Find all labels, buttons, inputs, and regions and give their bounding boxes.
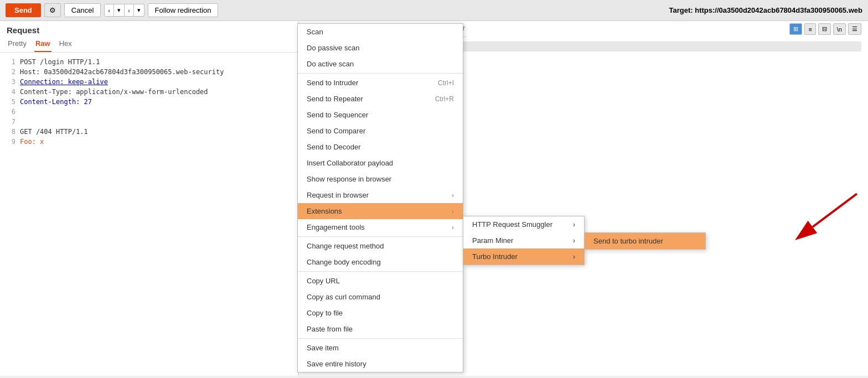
submenu-send-turbo[interactable]: Send to turbo intruder (585, 233, 705, 249)
forward-dropdown[interactable]: ▾ (134, 4, 144, 16)
menu-active-scan[interactable]: Do active scan (298, 56, 463, 72)
target-text: Target: https://0a3500d2042acb67804d3fa3… (669, 6, 862, 14)
menu-intruder[interactable]: Send to Intruder Ctrl+I (298, 75, 463, 91)
menu-comparer[interactable]: Send to Comparer (298, 123, 463, 139)
back-button[interactable]: ‹ (105, 4, 114, 16)
code-line-1: 1 POST /login HTTP/1.1 (7, 57, 292, 67)
menu-request-browser[interactable]: Request in browser › (298, 187, 463, 203)
divider-2 (298, 236, 463, 237)
tab-raw[interactable]: Raw (34, 37, 51, 52)
menu-passive-scan[interactable]: Do passive scan (298, 40, 463, 56)
menu-save-history[interactable]: Save entire history (298, 356, 463, 372)
menu-repeater[interactable]: Send to Repeater Ctrl+R (298, 91, 463, 107)
divider-4 (298, 338, 463, 339)
menu-decoder[interactable]: Send to Decoder (298, 139, 463, 155)
cancel-button[interactable]: Cancel (64, 3, 101, 17)
nav-arrows: ‹ ▾ › ▾ (104, 4, 144, 17)
code-line-5: 5 Content-Length: 27 (7, 97, 292, 107)
menu-collaborator[interactable]: Insert Collaborator payload (298, 155, 463, 171)
turbo-intruder-submenu: Send to turbo intruder (584, 232, 706, 250)
menu-copy-url[interactable]: Copy URL (298, 273, 463, 289)
menu-show-browser[interactable]: Show response in browser (298, 171, 463, 187)
menu-save-item[interactable]: Save item (298, 340, 463, 356)
submenu-param-miner[interactable]: Param Miner › (463, 232, 584, 248)
send-button[interactable]: Send (6, 3, 41, 17)
view-list-button[interactable]: ≡ (804, 23, 815, 35)
extensions-submenu: HTTP Request Smuggler › Param Miner › Tu… (463, 216, 585, 265)
forward-button[interactable]: › (125, 4, 134, 16)
code-line-9: 9 Foo: x (7, 137, 292, 147)
settings-button[interactable]: ☰ (848, 23, 861, 35)
divider-3 (298, 271, 463, 272)
view-split-button[interactable]: ⊞ (789, 23, 802, 35)
menu-extensions[interactable]: Extensions › (298, 203, 463, 219)
code-line-4: 4 Content-Type: application/x-www-form-u… (7, 87, 292, 97)
code-line-8: 8 GET /404 HTTP/1.1 (7, 127, 292, 137)
menu-copy-curl[interactable]: Copy as curl command (298, 289, 463, 305)
code-line-6: 6 (7, 107, 292, 117)
menu-engagement[interactable]: Engagement tools › (298, 219, 463, 235)
view-grid-button[interactable]: ⊟ (818, 23, 831, 35)
request-tab-bar: Pretty Raw Hex (0, 37, 298, 53)
menu-change-method[interactable]: Change request method (298, 238, 463, 254)
follow-redirection-button[interactable]: Follow redirection (148, 3, 219, 17)
response-tools: ⊞ ≡ ⊟ \n ☰ (789, 21, 861, 37)
wordwrap-button[interactable]: \n (833, 23, 846, 35)
code-line-7: 7 (7, 117, 292, 127)
request-title: Request (0, 21, 298, 37)
menu-sequencer[interactable]: Send to Sequencer (298, 107, 463, 123)
request-pane: Request Pretty Raw Hex 1 POST /login HTT… (0, 21, 299, 376)
request-code-area: 1 POST /login HTTP/1.1 2 Host: 0a3500d20… (0, 53, 298, 376)
context-menu: Scan Do passive scan Do active scan Send… (297, 23, 463, 372)
menu-paste-file[interactable]: Paste from file (298, 321, 463, 337)
gear-button[interactable]: ⚙ (44, 3, 61, 17)
submenu-http-smuggler[interactable]: HTTP Request Smuggler › (463, 216, 584, 232)
back-dropdown[interactable]: ▾ (114, 4, 125, 16)
tab-hex[interactable]: Hex (58, 37, 73, 52)
code-line-3: 3 Connection: keep-alive (7, 77, 292, 87)
menu-copy-file[interactable]: Copy to file (298, 305, 463, 321)
menu-change-body[interactable]: Change body encoding (298, 254, 463, 270)
code-line-2: 2 Host: 0a3500d2042acb67804d3fa300950065… (7, 67, 292, 77)
toolbar: Send ⚙ Cancel ‹ ▾ › ▾ Follow redirection… (0, 0, 868, 21)
divider-1 (298, 73, 463, 74)
submenu-turbo-intruder[interactable]: Turbo Intruder › (463, 248, 584, 265)
menu-scan[interactable]: Scan (298, 24, 463, 40)
tab-pretty[interactable]: Pretty (7, 37, 28, 52)
